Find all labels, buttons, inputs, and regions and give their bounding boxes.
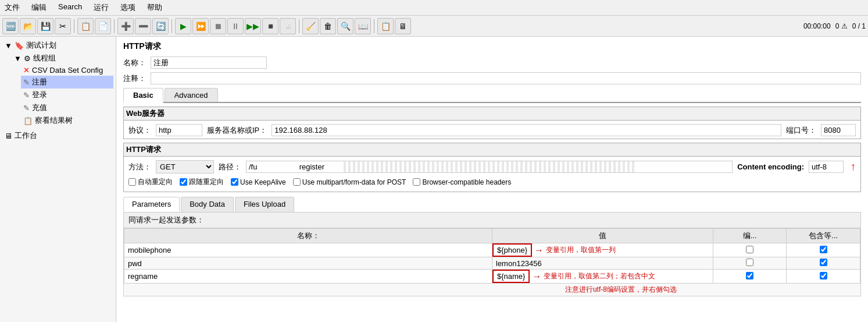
checkbox-multipart[interactable]: Use multipart/form-data for POST [293, 178, 406, 186]
save-button[interactable]: 💾 [37, 18, 53, 34]
list-button[interactable]: 📋 [377, 18, 394, 34]
server-label: 服务器名称或IP： [207, 125, 267, 136]
expand-icon: ▼ [5, 41, 12, 50]
register-label: 注册 [32, 77, 47, 87]
stop-button[interactable]: ⏹ [210, 18, 226, 34]
col-value: 值 [492, 229, 713, 243]
arrow-3: → [532, 271, 541, 282]
table-row: pwd lemon123456 [124, 257, 860, 270]
checkbox-auto-redirect[interactable]: 自动重定向 [128, 177, 173, 187]
warnings-display: 0 ⚠ [835, 22, 848, 30]
sep1 [74, 19, 74, 33]
menu-run[interactable]: 运行 [91, 1, 111, 14]
checkbox-browser-compat[interactable]: Browser-compatible headers [413, 178, 511, 186]
annot-1: 变量引用，取值第一列 [546, 245, 616, 255]
results-icon: 📋 [23, 116, 33, 125]
protocol-input[interactable] [156, 124, 202, 136]
inner-tab-body[interactable]: Body Data [181, 197, 234, 212]
annot-row: 注意进行utf-8编码设置，并右侧勾选 [124, 284, 860, 296]
cell-include-1 [787, 243, 860, 257]
name-row: 名称： [123, 56, 861, 69]
port-input[interactable] [821, 124, 856, 136]
refresh-button[interactable]: 🔄 [152, 18, 169, 34]
remove-button[interactable]: ➖ [135, 18, 151, 34]
encoding-arrow: ↑ [851, 161, 856, 173]
main-layout: ▼ 🔖 测试计划 ▼ ⚙ 线程组 ✕ CSV Data Set Config ✎ [0, 37, 868, 322]
cell-value-3: ${name} → 变量引用，取值第二列；若包含中文 [492, 270, 713, 284]
remote-start[interactable]: ▶▶ [245, 18, 261, 34]
copy-button[interactable]: 📋 [77, 18, 94, 34]
comment-label: 注释： [123, 73, 146, 84]
start-button[interactable]: ▶ [175, 18, 191, 34]
new-button[interactable]: 🆕 [2, 18, 19, 34]
help-button[interactable]: 📖 [355, 18, 371, 34]
sidebar-item-register[interactable]: ✎ 注册 [21, 76, 113, 89]
checkbox-follow-redirect[interactable]: 跟随重定向 [180, 177, 224, 187]
remote-clear[interactable]: ◽ [280, 18, 296, 34]
params-header: 同请求一起发送参数： [124, 213, 860, 228]
start-no-pause[interactable]: ⏩ [192, 18, 209, 34]
inner-tabs: Parameters Body Data Files Upload [123, 197, 861, 212]
sidebar-item-login[interactable]: ✎ 登录 [21, 89, 113, 101]
checkbox-keepalive[interactable]: Use KeepAlive [231, 178, 286, 186]
cell-encode-1 [713, 243, 787, 257]
sidebar-item-recharge[interactable]: ✎ 充值 [21, 101, 113, 114]
timer-display: 00:00:00 [803, 22, 831, 30]
port-label: 端口号： [786, 125, 816, 136]
name-input[interactable] [151, 56, 267, 69]
main-tabs: Basic Advanced [123, 88, 861, 103]
screen-button[interactable]: 🖥 [395, 18, 411, 34]
annot-2-text: 注意进行utf-8编码设置，并右侧勾选 [565, 285, 677, 293]
thread-group-label: 线程组 [33, 53, 56, 63]
toolbar-right: 00:00:00 0 ⚠ 0 / 1 [803, 22, 866, 30]
sidebar-item-test-plan[interactable]: ▼ 🔖 测试计划 [2, 39, 113, 52]
clear-all-button[interactable]: 🗑 [320, 18, 336, 34]
cell-encode-3 [713, 270, 787, 284]
search-button[interactable]: 🔍 [337, 18, 353, 34]
sidebar-item-workbench[interactable]: 🖥 工作台 [2, 129, 113, 142]
method-label: 方法： [128, 162, 151, 172]
register-icon: ✎ [23, 78, 30, 87]
inner-tab-files[interactable]: Files Upload [235, 197, 294, 212]
sidebar-item-results[interactable]: 📋 察看结果树 [21, 114, 113, 127]
comment-input[interactable] [151, 72, 861, 84]
sidebar-item-thread-group[interactable]: ▼ ⚙ 线程组 [12, 52, 113, 65]
method-path-row: 方法： GET POST PUT DELETE 路径： Content enco… [128, 160, 856, 174]
clear-button[interactable]: 🧹 [302, 18, 319, 34]
server-input[interactable] [272, 124, 781, 136]
test-plan-label: 测试计划 [26, 40, 56, 51]
sidebar-item-csv[interactable]: ✕ CSV Data Set Config [21, 65, 113, 76]
sep4 [299, 19, 299, 33]
recharge-icon: ✎ [23, 104, 30, 112]
menu-edit[interactable]: 编辑 [29, 1, 49, 14]
path-input[interactable] [246, 161, 733, 173]
web-server-title: Web服务器 [124, 107, 860, 121]
method-select[interactable]: GET POST PUT DELETE [156, 160, 214, 174]
toolbar: 🆕 📂 💾 ✂ 📋 📄 ➕ ➖ 🔄 ▶ ⏩ ⏹ ⏸ ▶▶ ◾ ◽ 🧹 🗑 🔍 📖… [0, 16, 868, 37]
cut-button[interactable]: ✂ [55, 18, 71, 34]
tab-basic[interactable]: Basic [123, 88, 163, 103]
recharge-label: 充值 [32, 102, 47, 113]
encoding-input[interactable] [809, 161, 844, 173]
params-table: 名称： 值 编... 包含等... mobilephone [124, 228, 860, 296]
stop-all-button[interactable]: ⏸ [227, 18, 244, 34]
annot-3: 变量引用，取值第二列；若包含中文 [544, 271, 655, 281]
menu-search[interactable]: Search [56, 1, 84, 14]
results-label: 察看结果树 [35, 115, 73, 126]
checkboxes-row: 自动重定向 跟随重定向 Use KeepAlive Use multipart/… [128, 177, 856, 187]
tab-advanced[interactable]: Advanced [165, 88, 218, 102]
inner-tab-params[interactable]: Parameters [123, 197, 180, 212]
add-button[interactable]: ➕ [117, 18, 134, 34]
sep5 [374, 19, 374, 33]
cell-value-1: ${phone} → 变量引用，取值第一列 [492, 243, 713, 257]
cell-include-2 [787, 257, 860, 270]
remote-stop[interactable]: ◾ [262, 18, 278, 34]
menu-help[interactable]: 帮助 [145, 1, 165, 14]
paste-button[interactable]: 📄 [95, 18, 111, 34]
cell-encode-2 [713, 257, 787, 270]
menu-options[interactable]: 选项 [118, 1, 138, 14]
progress-display: 0 / 1 [852, 22, 866, 30]
menu-file[interactable]: 文件 [2, 1, 22, 14]
open-button[interactable]: 📂 [20, 18, 36, 34]
menubar: 文件 编辑 Search 运行 选项 帮助 [0, 0, 868, 16]
